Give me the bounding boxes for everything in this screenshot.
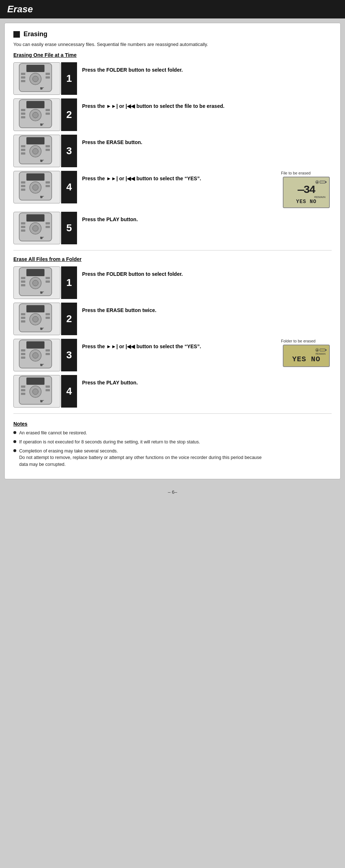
display-label-1: File to be erased	[281, 171, 332, 175]
svg-text:☛: ☛	[40, 326, 44, 332]
svg-rect-34	[21, 181, 25, 184]
svg-point-3	[33, 76, 38, 82]
lcd-display-1: A —34 REMAIN YES NO	[283, 177, 330, 208]
svg-rect-4	[21, 73, 25, 75]
svg-rect-16	[21, 116, 25, 118]
lcd-icon-row: A	[287, 180, 325, 184]
erase-all-step-1-text: Press the FOLDER button to select folder…	[77, 266, 332, 282]
svg-rect-7	[46, 73, 50, 75]
svg-rect-77	[46, 349, 50, 351]
svg-rect-56	[21, 284, 25, 286]
svg-rect-78	[46, 353, 50, 355]
erase-all-step-3-row: ☛ 3 Press the ►►| or |◀◀ button to selec…	[13, 339, 332, 371]
erase-all-step-2-row: ☛ 2 Press the ERASE button twice.	[13, 303, 332, 335]
erase-all-step-3-left: ☛ 3 Press the ►►| or |◀◀ button to selec…	[13, 339, 277, 371]
lcd-battery-icon-2	[320, 349, 325, 351]
svg-point-53	[33, 280, 38, 286]
svg-rect-36	[21, 189, 25, 191]
note-bullet-1	[13, 431, 16, 434]
note-text-1: An erased file cannot be restored.	[19, 430, 332, 437]
section-icon	[13, 31, 20, 38]
svg-rect-74	[21, 349, 25, 351]
svg-rect-57	[46, 277, 50, 279]
svg-rect-15	[21, 113, 25, 115]
svg-rect-24	[21, 145, 25, 147]
erase-all-step-4-row: ☛ 4 Press the PLAY button.	[13, 375, 332, 408]
svg-rect-37	[46, 181, 50, 184]
step-2-text: Press the ►►| or |◀◀ button to select th…	[77, 98, 332, 114]
step-4-display: File to be erased A —34 REMAIN YES NO	[281, 171, 332, 208]
svg-rect-6	[21, 80, 25, 82]
erase-all-step-2-device: ☛	[13, 303, 60, 335]
svg-text:☛: ☛	[40, 362, 44, 368]
svg-point-13	[33, 112, 38, 118]
svg-point-73	[33, 353, 38, 358]
section-title: Erasing	[24, 30, 47, 38]
svg-point-83	[33, 389, 38, 395]
lcd-yesno-2: YES NO	[287, 355, 325, 363]
svg-rect-11	[26, 101, 44, 108]
erase-all-step-2-text: Press the ERASE button twice.	[77, 303, 332, 318]
step-5-text: Press the PLAY button.	[77, 212, 332, 227]
svg-text:☛: ☛	[40, 158, 44, 164]
svg-rect-28	[46, 149, 50, 151]
note-bullet-2	[13, 440, 16, 443]
svg-rect-54	[21, 277, 25, 279]
note-bullet-3	[13, 449, 16, 452]
svg-rect-46	[21, 229, 25, 232]
note-text-3: Completion of erasing may take several s…	[19, 448, 332, 468]
svg-rect-67	[46, 313, 50, 315]
erase-all-step-3-text: Press the ►►| or |◀◀ button to select th…	[77, 339, 277, 354]
svg-rect-41	[26, 214, 44, 222]
svg-rect-55	[21, 281, 25, 283]
svg-rect-48	[46, 226, 50, 228]
svg-point-23	[33, 148, 38, 154]
svg-rect-35	[21, 185, 25, 187]
erase-all-step-1-number: 1	[61, 266, 77, 299]
step-5-row: ☛ 5 Press the PLAY button.	[13, 212, 332, 244]
lcd-a-icon-2: A	[315, 348, 319, 352]
step-4-number: 4	[61, 171, 77, 203]
step-4-device: ☛	[13, 171, 60, 203]
svg-rect-26	[21, 152, 25, 155]
erase-all-step-1-device: ☛	[13, 266, 60, 299]
svg-rect-5	[21, 76, 25, 79]
svg-rect-58	[46, 281, 50, 283]
lcd-battery-icon	[320, 181, 325, 184]
title-bar: Erase	[0, 0, 345, 18]
erase-all-step-3-number: 3	[61, 339, 77, 371]
svg-rect-71	[26, 341, 44, 349]
erase-all-step-3-display: Folder to be erased A REMAIN YES NO	[281, 339, 332, 367]
step-3-row: ☛ 3 Press the ERASE button.	[13, 135, 332, 167]
svg-rect-44	[21, 222, 25, 224]
subsection2-title: Erase All Files from a Folder	[13, 256, 332, 262]
svg-rect-14	[21, 109, 25, 111]
lcd-yesno: YES NO	[287, 199, 325, 205]
svg-rect-87	[46, 385, 50, 388]
svg-rect-75	[21, 353, 25, 355]
notes-title: Notes	[13, 421, 332, 427]
lcd-a-icon: A	[315, 180, 319, 184]
svg-text:☛: ☛	[40, 85, 44, 91]
section-header: Erasing	[13, 30, 332, 38]
erase-all-step-4-text: Press the PLAY button.	[77, 375, 332, 390]
svg-rect-17	[46, 109, 50, 111]
svg-text:☛: ☛	[40, 235, 44, 241]
svg-rect-86	[21, 393, 25, 395]
svg-rect-64	[21, 313, 25, 315]
note-item-2: If operation is not executed for 8 secon…	[13, 439, 332, 446]
svg-rect-31	[26, 173, 44, 181]
svg-rect-66	[21, 320, 25, 323]
note-item-1: An erased file cannot be restored.	[13, 430, 332, 437]
svg-rect-45	[21, 226, 25, 228]
svg-rect-84	[21, 385, 25, 388]
svg-rect-68	[46, 317, 50, 319]
note-item-3: Completion of erasing may take several s…	[13, 448, 332, 468]
erase-all-step-4-number: 4	[61, 375, 77, 408]
lcd-remain-2: REMAIN	[287, 353, 325, 355]
step-4-left: ☛ 4 Press the ►►| or |◀◀ button to selec…	[13, 171, 277, 203]
svg-rect-8	[46, 76, 50, 79]
intro-text: You can easily erase unnecessary files. …	[13, 42, 332, 47]
svg-rect-27	[46, 145, 50, 147]
svg-text:☛: ☛	[40, 398, 44, 404]
